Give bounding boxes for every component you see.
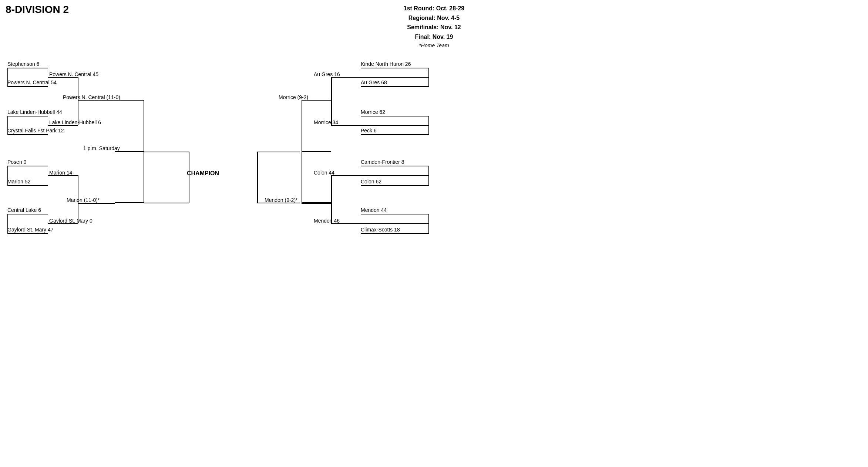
team-central-lake-6: Central Lake 6	[7, 207, 41, 213]
hline-final-left	[144, 152, 189, 152]
box-powers54	[7, 86, 48, 87]
box-morrice62	[361, 116, 429, 116]
team-colon-62: Colon 62	[361, 179, 381, 185]
team-gaylord-0: Gaylord St. Mary 0	[49, 218, 92, 224]
vline-winner-grp2-bottom	[78, 100, 78, 125]
region-powers-ncent: Powers N. Central (11-0)	[63, 94, 120, 100]
region-morrice: Morrice (9-2)	[279, 94, 308, 100]
round1-label: 1st Round: Oct. 28-29	[404, 4, 434, 13]
team-marion-52: Marion 52	[7, 179, 30, 185]
box-centrallake6	[7, 214, 48, 214]
box-stephenson	[7, 68, 48, 68]
box-lakelinden44	[7, 116, 48, 116]
team-augres-68: Au Gres 68	[361, 79, 387, 85]
header-center: 1st Round: Oct. 28-29 Regional: Nov. 4-5…	[404, 4, 434, 50]
hline-r1-grp3-right-winner	[331, 175, 429, 176]
region-marion: Marion (11-0)*	[67, 197, 100, 203]
vline-r1-top-left	[7, 68, 8, 86]
vline-winner-grp3-right-connect	[331, 175, 332, 203]
semifinal-box-top-left	[115, 100, 144, 152]
team-crystalfalls-12: Crystal Falls Fst Park 12	[7, 128, 64, 133]
semifinal-box-top-right	[302, 100, 331, 152]
semifinals-label: Semifinals: Nov. 12	[404, 23, 434, 32]
box-crystalfalls12	[7, 134, 48, 135]
box-mendon44	[361, 214, 429, 214]
team-powers-ncent-54: Powers N. Central 54	[7, 79, 57, 85]
box-colon62	[361, 185, 429, 186]
team-marion-14: Marion 14	[49, 170, 72, 176]
vline-winner-grp2-right-top	[331, 100, 332, 125]
vline-winner-grp4-connect	[78, 203, 78, 223]
team-camden-frontier-8: Camden-Frontier 8	[361, 159, 404, 165]
team-colon-44: Colon 44	[314, 170, 334, 176]
regional-label: Regional: Nov. 4-5	[404, 13, 434, 23]
box-climaxscotts18	[361, 233, 429, 234]
title: 8-DIVISION 2	[6, 4, 69, 16]
hline-final-left-bot	[144, 203, 189, 203]
vline-r1-grp3-left	[7, 166, 8, 185]
vline-winner-grp1-right-bottom	[331, 77, 332, 100]
team-powers-n-central-45: Powers N. Central 45	[49, 71, 98, 77]
vline-winner-grp4-right-top	[331, 203, 332, 223]
team-posen-0: Posen 0	[7, 159, 26, 165]
team-gaylord-47: Gaylord St. Mary 47	[7, 227, 54, 233]
semifinal-time: 1 p.m. Saturday	[83, 145, 120, 151]
vline-final-left	[189, 152, 189, 203]
box-peck6	[361, 134, 429, 135]
region-mendon: Mendon (9-2)*	[265, 197, 298, 203]
bracket: Stephenson 6 Powers N. Central 54 Powers…	[6, 61, 434, 275]
team-mendon-44: Mendon 44	[361, 207, 387, 213]
team-peck-6: Peck 6	[361, 128, 377, 133]
box-gaylord47	[7, 233, 48, 234]
hline-r1-grp2-right-winner	[331, 125, 429, 126]
team-lake-linden-44: Lake Linden-Hubbell 44	[7, 109, 62, 115]
hline-r1-grp4-right-winner	[331, 223, 429, 224]
hline-semifinal-right-bottom	[302, 203, 331, 204]
vline-final-right	[257, 152, 258, 203]
semifinal-box-bottom-left	[115, 151, 144, 203]
hline-final-right	[257, 152, 300, 152]
team-augres-16: Au Gres 16	[314, 71, 340, 77]
team-morrice-62: Morrice 62	[361, 109, 385, 115]
team-mendon-46: Mendon 46	[314, 218, 340, 224]
champion-label: CHAMPION	[187, 170, 219, 177]
box-posen0	[7, 166, 48, 166]
team-morrice-34: Morrice 34	[314, 119, 338, 125]
hline-r1-grp1-right-winner	[331, 77, 429, 78]
team-stephenson: Stephenson 6	[7, 61, 39, 67]
hline-semifinal-right-top	[302, 100, 331, 101]
vline-r1-grp2-left	[7, 116, 8, 134]
semifinal-box-bottom-right	[302, 151, 331, 203]
box-camden8	[361, 166, 429, 166]
hline-semifinal-left-bottom	[78, 203, 115, 204]
team-climaxscotts-18: Climax-Scotts 18	[361, 227, 400, 233]
final-label: Final: Nov. 19	[404, 32, 434, 42]
box-augres68	[361, 86, 429, 87]
team-lakelinden-6: Lake Linden-Hubbell 6	[49, 119, 101, 125]
home-team-note: *Home Team	[404, 41, 434, 50]
vline-r1-grp4-left	[7, 214, 8, 233]
box-kindenh26	[361, 68, 429, 68]
box-marion52	[7, 185, 48, 186]
team-kinde-nh-26: Kinde North Huron 26	[361, 61, 411, 67]
